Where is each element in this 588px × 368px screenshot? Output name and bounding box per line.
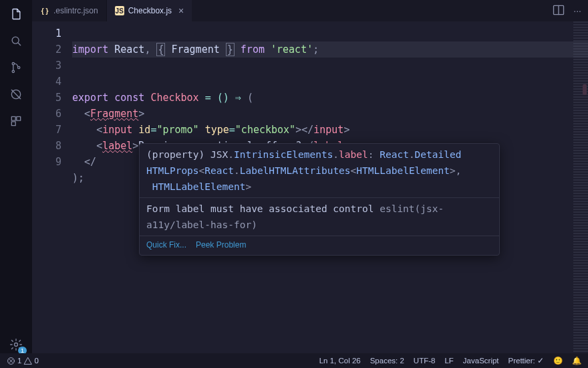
status-problems[interactable]: 1 0 xyxy=(7,357,39,365)
status-eol[interactable]: LF xyxy=(444,357,453,365)
debug-icon[interactable] xyxy=(7,86,25,103)
tab-bar: { } .eslintrc.json JS Checkbox.js × ··· xyxy=(32,0,588,21)
settings-gear-icon[interactable]: 1 xyxy=(7,336,25,353)
source-control-icon[interactable] xyxy=(7,59,25,76)
tab-checkbox-js[interactable]: JS Checkbox.js × xyxy=(107,0,193,21)
svg-point-0 xyxy=(12,37,19,43)
status-language[interactable]: JavaScript xyxy=(463,357,499,365)
tab-label: .eslintrc.json xyxy=(53,6,98,15)
split-editor-icon[interactable] xyxy=(552,3,565,19)
editor-group: { } .eslintrc.json JS Checkbox.js × ··· … xyxy=(32,0,588,353)
json-file-icon: { } xyxy=(40,6,49,15)
svg-rect-7 xyxy=(11,122,15,126)
tab-label: Checkbox.js xyxy=(128,6,172,15)
peek-problem-link[interactable]: Peek Problem xyxy=(196,240,246,250)
line-number-gutter: 123456789 xyxy=(32,21,72,353)
status-bar: 1 0 Ln 1, Col 26 Spaces: 2 UTF-8 LF Java… xyxy=(0,353,588,368)
quick-fix-link[interactable]: Quick Fix... xyxy=(146,240,186,250)
explorer-icon[interactable] xyxy=(7,5,25,23)
status-bell-icon[interactable]: 🔔 xyxy=(572,356,581,365)
code-editor[interactable]: 123456789 import React, { Fragment } fro… xyxy=(32,21,588,353)
svg-point-8 xyxy=(15,343,18,347)
tab-eslintrc[interactable]: { } .eslintrc.json xyxy=(32,0,107,21)
minimap[interactable] xyxy=(573,21,588,353)
status-encoding[interactable]: UTF-8 xyxy=(414,357,436,365)
svg-rect-5 xyxy=(11,116,15,120)
svg-rect-6 xyxy=(17,116,21,120)
status-feedback-icon[interactable]: 🙂 xyxy=(553,356,563,365)
minimap-error-marker[interactable] xyxy=(583,84,587,95)
js-file-icon: JS xyxy=(115,6,124,15)
more-actions-icon[interactable]: ··· xyxy=(573,5,581,16)
search-icon[interactable] xyxy=(7,32,25,50)
close-icon[interactable]: × xyxy=(178,6,184,15)
status-indent[interactable]: Spaces: 2 xyxy=(370,357,404,365)
hover-tooltip: (property) JSX.IntrinsicElements.label: … xyxy=(139,143,500,256)
activity-bar: 1 xyxy=(0,0,32,353)
status-cursor[interactable]: Ln 1, Col 26 xyxy=(319,357,361,365)
svg-point-3 xyxy=(18,66,20,68)
extensions-icon[interactable] xyxy=(7,112,25,130)
status-prettier[interactable]: Prettier: ✓ xyxy=(508,356,544,365)
lint-message: Form label must have associated control xyxy=(146,203,380,214)
